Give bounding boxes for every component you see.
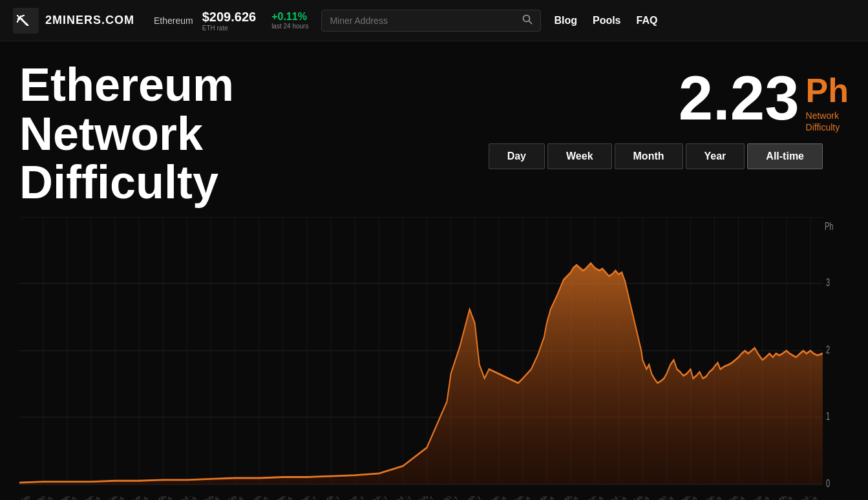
x-label: Dec 03, 2018 bbox=[680, 496, 706, 500]
x-label: Feb 12, 2018 bbox=[513, 496, 540, 500]
svg-text:Ph: Ph bbox=[825, 221, 833, 232]
main-content: Ethereum Network Difficulty 2.23 Ph Netw… bbox=[0, 41, 868, 500]
site-header: ⛏ 2MINERS.COM Ethereum $209.626 ETH rate… bbox=[0, 0, 868, 41]
difficulty-unit-area: Ph NetworkDifficulty bbox=[806, 67, 849, 133]
eth-price-value: $209.626 bbox=[202, 10, 256, 25]
difficulty-display: 2.23 Ph NetworkDifficulty bbox=[679, 67, 849, 133]
logo-icon: ⛏ bbox=[13, 8, 39, 34]
search-icon bbox=[522, 14, 533, 25]
x-label: Mar 13, 2017 bbox=[323, 496, 350, 500]
x-label: Aug 28, 2017 bbox=[417, 496, 443, 500]
x-label: May 07, 2018 bbox=[561, 496, 587, 500]
chart-container: 0 1 2 3 Ph Sep 14... Oct 26, 2015 Dec 07… bbox=[19, 217, 849, 494]
time-btn-alltime[interactable]: All-time bbox=[747, 143, 823, 169]
x-label: Sep 10, 2018 bbox=[632, 496, 659, 500]
search-area[interactable] bbox=[321, 10, 541, 32]
svg-point-2 bbox=[524, 15, 530, 21]
svg-text:2: 2 bbox=[826, 344, 830, 355]
x-label: Aug 15, 2016 bbox=[202, 496, 229, 500]
x-label: Jun 18, 2018 bbox=[586, 496, 612, 500]
x-label: Feb 25, 2019 bbox=[728, 496, 754, 500]
time-btn-month[interactable]: Month bbox=[615, 143, 683, 169]
top-section: Ethereum Network Difficulty 2.23 Ph Netw… bbox=[19, 61, 849, 207]
eth-rate-label: ETH rate bbox=[202, 25, 256, 32]
difficulty-unit: Ph bbox=[806, 74, 849, 107]
x-label: Oct 09, 2017 bbox=[441, 496, 467, 500]
eth-change-value: +0.11% bbox=[271, 11, 308, 23]
time-filters: Day Week Month Year All-time bbox=[489, 143, 823, 169]
x-label: Jun 05, 2017 bbox=[371, 496, 397, 500]
eth-change-label: last 24 hours bbox=[271, 23, 308, 30]
logo-text: 2MINERS.COM bbox=[45, 14, 134, 27]
x-label: Nov 07, 2016 bbox=[251, 496, 277, 500]
eth-change-area: +0.11% last 24 hours bbox=[271, 11, 308, 30]
x-label: Jul 30, 2018 bbox=[609, 496, 635, 500]
time-btn-week[interactable]: Week bbox=[547, 143, 612, 169]
svg-text:1: 1 bbox=[826, 411, 830, 422]
x-label: Jan 14, 2019 bbox=[704, 496, 730, 500]
difficulty-number: 2.23 bbox=[679, 67, 799, 129]
x-label: May 20, 2019 bbox=[776, 496, 802, 500]
nav-blog[interactable]: Blog bbox=[554, 15, 577, 26]
svg-text:0: 0 bbox=[826, 478, 830, 489]
x-label: Oct 26, 2015 bbox=[36, 496, 61, 500]
page-title: Ethereum Network Difficulty bbox=[19, 61, 343, 207]
x-label: Sep 26, 2016 bbox=[226, 496, 253, 500]
x-label: Jan 18, 2016 bbox=[83, 496, 109, 500]
x-label: Feb 29, 2016 bbox=[107, 496, 134, 500]
svg-text:⛏: ⛏ bbox=[16, 14, 29, 28]
x-label: Nov 20, 2017 bbox=[465, 496, 491, 500]
x-label: Oct 22, 2018 bbox=[657, 496, 683, 500]
x-axis-labels: Sep 14... Oct 26, 2015 Dec 07, 2015 Jan … bbox=[19, 496, 849, 500]
difficulty-label: NetworkDifficulty bbox=[806, 110, 849, 133]
time-btn-year[interactable]: Year bbox=[686, 143, 745, 169]
search-button[interactable] bbox=[522, 14, 533, 27]
eth-price-area: $209.626 ETH rate bbox=[202, 10, 256, 32]
x-label: Apr 24, 2017 bbox=[348, 496, 374, 500]
nav-links: Blog Pools FAQ bbox=[554, 15, 657, 26]
search-input[interactable] bbox=[330, 16, 522, 26]
x-label: Jul 17, 2017 bbox=[395, 496, 420, 500]
svg-text:3: 3 bbox=[826, 277, 830, 288]
x-label: Jan 01, 2018 bbox=[489, 496, 515, 500]
x-label: Jul 04, 2016 bbox=[180, 496, 205, 500]
x-label: Apr 08, 2019 bbox=[752, 496, 778, 500]
logo-area[interactable]: ⛏ 2MINERS.COM bbox=[13, 8, 134, 34]
x-label: Apr 11, 2016 bbox=[131, 496, 157, 500]
chart-svg: 0 1 2 3 Ph bbox=[19, 217, 849, 494]
time-btn-day[interactable]: Day bbox=[489, 143, 545, 169]
x-label: May 23, 2016 bbox=[155, 496, 182, 500]
x-label: Dec 07, 2015 bbox=[59, 496, 86, 500]
coin-name-label: Ethereum bbox=[154, 16, 193, 26]
svg-line-3 bbox=[529, 21, 533, 24]
x-label: Jul 01, 2019 bbox=[800, 496, 825, 500]
nav-faq[interactable]: FAQ bbox=[637, 15, 658, 26]
x-label: Mar 26, 2018 bbox=[537, 496, 564, 500]
x-label: Jan 30, 2017 bbox=[300, 496, 326, 500]
nav-pools[interactable]: Pools bbox=[593, 15, 621, 26]
x-label: Dec 19, 2016 bbox=[275, 496, 302, 500]
